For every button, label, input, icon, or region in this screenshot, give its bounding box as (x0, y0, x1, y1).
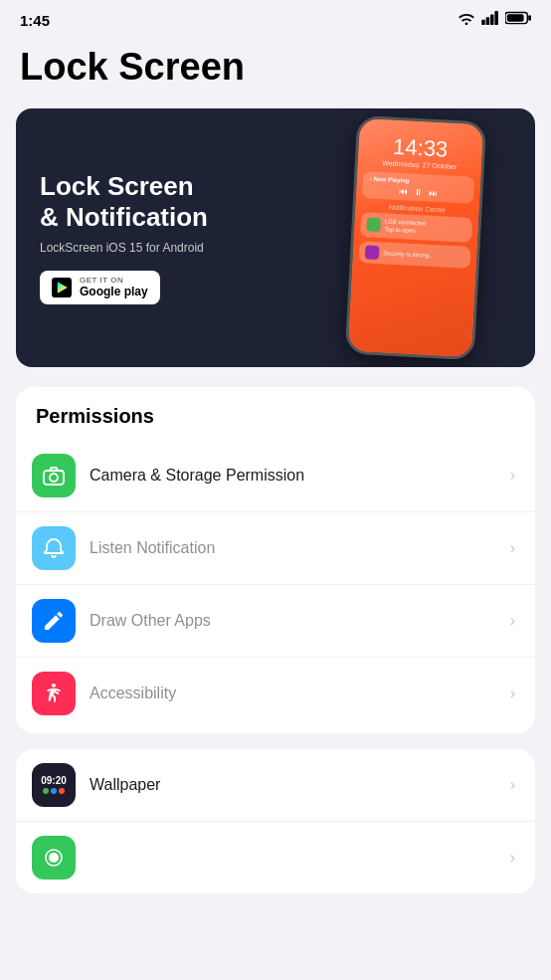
promo-banner: Lock Screen& Notification LockScreen iOS… (16, 108, 535, 367)
wifi-icon (458, 11, 475, 29)
additional-item[interactable]: › (16, 822, 535, 893)
camera-permission-label: Camera & Storage Permission (90, 467, 510, 485)
banner-text: Lock Screen& Notification LockScreen iOS… (16, 147, 301, 329)
page-title: Lock Screen (0, 36, 551, 108)
next-btn: ⏭ (428, 188, 438, 198)
draw-permission-label: Draw Other Apps (90, 612, 510, 630)
phone-notif-card-1: LGB connectedTap to open (359, 212, 471, 243)
permissions-section: Permissions Camera & Storage Permission … (16, 387, 535, 733)
chevron-icon: › (510, 776, 515, 794)
accessibility-icon (32, 672, 76, 715)
svg-rect-5 (528, 15, 531, 21)
banner-subtitle: LockScreen iOS 15 for Android (40, 241, 277, 255)
chevron-icon: › (510, 612, 515, 630)
phone-mockup: 14:33 Wednesday, 27 October ♪ Now Playin… (285, 108, 535, 367)
chevron-icon: › (510, 849, 515, 867)
status-bar: 1:45 (0, 0, 551, 36)
draw-icon (32, 599, 76, 643)
permissions-draw-item[interactable]: Draw Other Apps › (16, 585, 535, 658)
banner-title: Lock Screen& Notification (40, 171, 277, 233)
notif-row-1: LGB connectedTap to open (366, 216, 466, 238)
green-icon (32, 836, 76, 880)
play-text: GET IT ON Google play (80, 277, 148, 298)
phone-frame: 14:33 Wednesday, 27 October ♪ Now Playin… (344, 115, 485, 360)
status-time: 1:45 (20, 12, 50, 29)
phone-screen: 14:33 Wednesday, 27 October ♪ Now Playin… (347, 118, 482, 357)
phone-music-controls: ⏮ ⏸ ⏭ (368, 184, 467, 199)
svg-point-10 (50, 474, 58, 482)
wallpaper-item[interactable]: 09:20 Wallpaper › (16, 749, 535, 822)
play-store-icon (52, 278, 72, 297)
signal-icon (481, 11, 499, 29)
wallpaper-label: Wallpaper (90, 776, 510, 794)
permissions-accessibility-item[interactable]: Accessibility › (16, 658, 535, 729)
google-play-button[interactable]: GET IT ON Google play (40, 271, 160, 304)
play-store-label: Google play (80, 285, 148, 298)
chevron-icon: › (510, 685, 515, 702)
chevron-icon: › (510, 467, 515, 485)
battery-icon (505, 11, 531, 29)
phone-music-card: ♪ Now Playing ⏮ ⏸ ⏭ (362, 171, 474, 204)
svg-point-11 (52, 684, 56, 687)
permissions-notification-item[interactable]: Listen Notification › (16, 512, 535, 585)
wallpaper-time-display: 09:20 (41, 776, 67, 786)
notification-permission-label: Listen Notification (90, 539, 510, 557)
notif-icon-2 (364, 245, 379, 260)
notif-text-1: LGB connectedTap to open (384, 217, 426, 236)
chevron-icon: › (510, 539, 515, 557)
svg-rect-6 (507, 14, 524, 21)
svg-rect-2 (490, 15, 494, 26)
notif-icon-1 (366, 218, 381, 233)
bell-icon (32, 526, 76, 570)
notif-text-2: Security is strong... (382, 249, 433, 260)
svg-rect-1 (486, 17, 490, 25)
notif-row-2: Security is strong... (364, 245, 464, 264)
wallpaper-icon: 09:20 (32, 763, 76, 807)
svg-rect-0 (481, 20, 485, 25)
accessibility-permission-label: Accessibility (90, 685, 510, 702)
phone-notif-card-2: Security is strong... (358, 241, 470, 269)
permissions-title: Permissions (16, 387, 535, 440)
bottom-section: 09:20 Wallpaper › › (16, 749, 535, 893)
play-get-it-label: GET IT ON (80, 277, 148, 285)
svg-point-12 (49, 853, 59, 863)
prev-btn: ⏮ (398, 186, 408, 196)
svg-rect-3 (494, 11, 498, 25)
pause-btn: ⏸ (413, 187, 423, 197)
camera-icon (32, 454, 76, 497)
permissions-camera-item[interactable]: Camera & Storage Permission › (16, 440, 535, 512)
status-icons (458, 11, 531, 29)
